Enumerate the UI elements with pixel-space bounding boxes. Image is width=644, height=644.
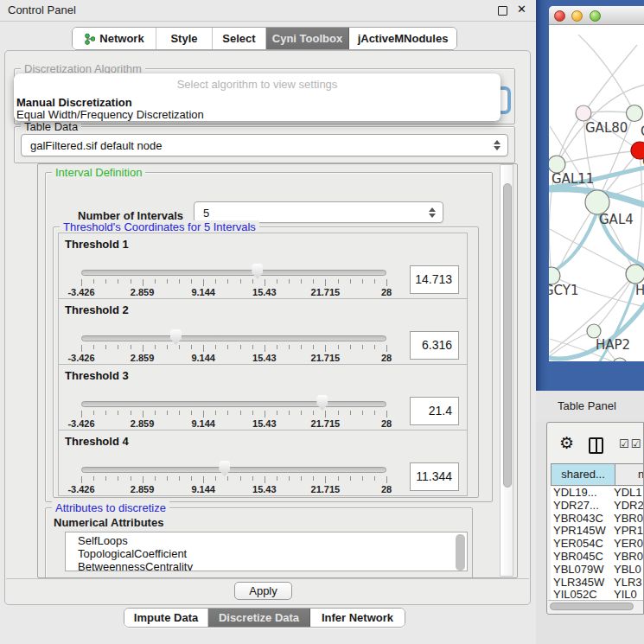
slider-thumb[interactable] (316, 395, 328, 411)
dropdown-option-manual[interactable]: Manual Discretization (16, 96, 132, 109)
cell-shared-name[interactable]: YDR27... (551, 500, 611, 513)
close-traffic-light-icon[interactable] (554, 10, 565, 22)
slider-track[interactable] (81, 335, 386, 341)
attribute-list-item[interactable]: TopologicalCoefficient (66, 547, 467, 560)
dropdown-option-equal-width[interactable]: Equal Width/Frequency Discretization (16, 108, 204, 121)
minimize-traffic-light-icon[interactable] (571, 10, 583, 22)
column-header-name[interactable]: name (615, 463, 644, 486)
table-row[interactable]: YBR045CYBR0 (551, 551, 644, 564)
network-node[interactable] (627, 105, 643, 122)
slider-track[interactable] (81, 270, 386, 276)
cell-name[interactable]: YPR1 (611, 525, 643, 538)
slider-track[interactable] (81, 467, 386, 473)
tab-network[interactable]: Network (73, 28, 156, 49)
apply-button[interactable]: Apply (234, 582, 292, 600)
float-window-icon[interactable] (498, 6, 507, 16)
list-scrollbar-thumb[interactable] (456, 534, 465, 571)
cell-name[interactable]: YDR2 (611, 500, 644, 513)
slider-tick (386, 476, 387, 483)
slider-thumb[interactable] (252, 264, 263, 279)
column-checkboxes[interactable]: ☑☑ (619, 437, 642, 450)
network-window-titlebar[interactable] (549, 6, 644, 25)
slider-tick (167, 411, 168, 415)
network-node[interactable] (587, 324, 601, 338)
network-node[interactable] (549, 156, 565, 173)
cell-shared-name[interactable]: YPR145W (551, 525, 611, 538)
close-icon[interactable]: ✕ (517, 3, 526, 16)
algorithm-dropdown-popup: Select algorithm to view settings Manual… (14, 73, 501, 121)
table-panel: ⚙ ☑☑ shared... name YDL19...YDL1YDR27...… (546, 422, 644, 615)
application-window: Control Panel ✕ NetworkStyleSelectCyni T… (0, 0, 644, 644)
network-node[interactable] (613, 358, 627, 361)
horizontal-scrollbar-thumb[interactable] (550, 603, 634, 610)
network-node[interactable] (585, 190, 609, 214)
network-edge[interactable] (578, 35, 634, 113)
cell-name[interactable]: YBL0 (611, 564, 641, 577)
slider-tick (118, 476, 118, 481)
node-label-hap2: HAP2 (596, 337, 630, 353)
cell-shared-name[interactable]: YBR043C (551, 513, 611, 526)
threshold-value-field[interactable]: 14.713 (410, 265, 459, 294)
table-row[interactable]: YER054CYER0 (551, 538, 644, 551)
network-node[interactable] (576, 105, 591, 121)
network-window-frame[interactable]: GAL80GCGAL11GAL4GCY1HHAP2 (536, 0, 644, 391)
tab-discretize-data[interactable]: Discretize Data (208, 609, 310, 627)
tab-cyni-toolbox[interactable]: Cyni Toolbox (266, 28, 349, 49)
slider-tick (227, 279, 228, 284)
horizontal-scrollbar[interactable] (548, 600, 643, 613)
gear-icon[interactable]: ⚙ (559, 435, 574, 451)
node-label-h: H (635, 283, 644, 298)
cell-shared-name[interactable]: YBL079W (551, 564, 611, 577)
cell-shared-name[interactable]: YLR345W (551, 577, 611, 590)
slider-thumb[interactable] (219, 461, 230, 476)
slider-tick (374, 345, 375, 349)
slider-thumb[interactable] (170, 329, 182, 345)
cell-name[interactable]: YBR0 (611, 551, 643, 564)
cell-shared-name[interactable]: YER054C (551, 538, 611, 551)
cell-name[interactable]: YLR3 (611, 577, 642, 590)
split-columns-icon[interactable] (589, 437, 603, 454)
table-data-combobox[interactable]: galFiltered.sif default node (21, 134, 508, 156)
table-row[interactable]: YBL079WYBL0 (551, 564, 644, 577)
network-edge-thick[interactable] (549, 214, 596, 277)
network-canvas[interactable]: GAL80GCGAL11GAL4GCY1HHAP2 (549, 25, 644, 361)
attribute-list-item[interactable]: BetweennessCentrality (66, 560, 467, 571)
tab-style[interactable]: Style (156, 28, 213, 49)
cell-name[interactable]: YER0 (611, 538, 643, 551)
threshold-value-field[interactable]: 21.4 (410, 397, 459, 425)
threshold-panel-2: Threshold 2-3.4262.8599.14415.4321.71528… (58, 298, 468, 365)
tab-impute-data[interactable]: Impute Data (124, 609, 208, 627)
slider-tick-label: -3.426 (67, 418, 94, 429)
cell-shared-name[interactable]: YBR045C (551, 551, 611, 564)
attributes-listbox[interactable]: SelfLoopsTopologicalCoefficientBetweenne… (65, 532, 468, 571)
slider-track[interactable] (81, 401, 386, 407)
cell-name[interactable]: YBR0 (611, 513, 643, 526)
table-row[interactable]: YLR345WYLR3 (551, 577, 644, 590)
table-row[interactable]: YDR27...YDR2 (551, 500, 644, 513)
slider-tick (289, 411, 290, 415)
cell-name[interactable]: YDL1 (611, 487, 642, 500)
cell-shared-name[interactable]: YDL19... (551, 487, 611, 500)
table-row[interactable]: YDL19...YDL1 (551, 487, 644, 500)
tab-label: jActiveMNodules (358, 32, 449, 45)
attribute-list-item[interactable]: SelfLoops (66, 534, 467, 547)
threshold-label: Threshold 2 (65, 303, 129, 316)
interval-definition-group: Interval Definition Number of Intervals … (45, 172, 493, 502)
vertical-scrollbar-thumb[interactable] (503, 183, 512, 488)
network-node[interactable] (626, 265, 644, 284)
column-header-shared[interactable]: shared... (551, 463, 615, 486)
threshold-value-field[interactable]: 6.316 (410, 331, 459, 360)
node-label-gal4: GAL4 (599, 212, 634, 227)
zoom-traffic-light-icon[interactable] (590, 10, 601, 22)
tab-jactivemnodules[interactable]: jActiveMNodules (349, 28, 456, 49)
slider-tick (277, 476, 277, 481)
slider-tick (191, 345, 192, 349)
table-row[interactable]: YBR043CYBR0 (551, 513, 644, 526)
panel-title: Control Panel (8, 3, 76, 16)
vertical-scrollbar[interactable] (500, 164, 513, 577)
table-row[interactable]: YPR145WYPR1 (551, 525, 644, 538)
threshold-value-field[interactable]: 11.344 (410, 462, 459, 491)
tab-select[interactable]: Select (213, 28, 266, 49)
tab-infer-network[interactable]: Infer Network (310, 609, 405, 627)
slider-tick (203, 411, 204, 418)
